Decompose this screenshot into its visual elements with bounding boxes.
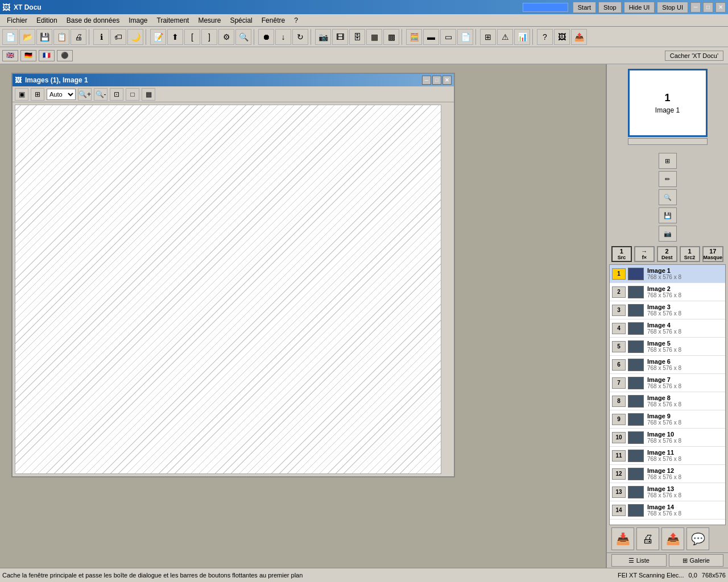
panel-grid-btn[interactable]: ⊞ <box>659 153 677 169</box>
menu-special[interactable]: Spécial <box>225 15 257 26</box>
grid1-button[interactable]: ▦ <box>366 29 382 45</box>
dest-channel-btn[interactable]: 2 Dest <box>657 246 677 262</box>
refresh-button[interactable]: ↻ <box>292 29 308 45</box>
channel-buttons: 1 Src → f× 2 Dest 1 Src2 <box>607 244 728 264</box>
list-view-btn[interactable]: ☰ Liste <box>611 554 667 567</box>
copy-button[interactable]: 📋 <box>53 29 69 45</box>
grid2-button[interactable]: ▩ <box>383 29 399 45</box>
panel-zoom-btn[interactable]: 🔍 <box>659 189 677 205</box>
zoom4-button[interactable]: 🔍 <box>235 29 251 45</box>
mask-channel-btn[interactable]: 17 Masque <box>702 246 724 262</box>
image-list-item[interactable]: 10Image 10768 x 576 x 8 <box>610 429 725 447</box>
image-list-item[interactable]: 4Image 4768 x 576 x 8 <box>610 319 725 338</box>
fit-btn[interactable]: ⊡ <box>110 88 123 101</box>
menu-base-de-donnees[interactable]: Base de données <box>62 15 124 26</box>
arrow-button[interactable]: ↓ <box>275 29 291 45</box>
menu-image[interactable]: Image <box>124 15 152 26</box>
src-channel-btn[interactable]: 1 Src <box>611 246 632 262</box>
maximize-button[interactable]: □ <box>703 2 713 13</box>
new-button[interactable]: 📄 <box>2 29 18 45</box>
image-list-item[interactable]: 1Image 1768 x 576 x 8 <box>610 265 725 283</box>
gallery-view-btn[interactable]: ⊞ Galerie <box>669 554 724 567</box>
stop-button[interactable]: Stop <box>598 2 622 13</box>
hide-ui-button[interactable]: Hide UI <box>624 2 655 13</box>
image-name: Image 1 <box>647 267 681 274</box>
image-list-item[interactable]: 5Image 5768 x 576 x 8 <box>610 338 725 356</box>
export-button[interactable]: 📤 <box>571 29 587 45</box>
rect2-button[interactable]: ▭ <box>440 29 456 45</box>
record-button[interactable]: ⏺ <box>258 29 274 45</box>
src2-channel-btn[interactable]: 1 Src2 <box>680 246 700 262</box>
grid3-button[interactable]: ⊞ <box>480 29 496 45</box>
save-button[interactable]: 💾 <box>36 29 52 45</box>
image-list-item[interactable]: 7Image 7768 x 576 x 8 <box>610 374 725 392</box>
flag-uk[interactable]: 🇬🇧 <box>2 50 18 61</box>
preview-scrollbar[interactable] <box>628 138 708 145</box>
settings-button[interactable]: ⚙ <box>218 29 234 45</box>
flag-de[interactable]: 🇩🇪 <box>20 50 36 61</box>
action-btn-2[interactable]: 🖨 <box>636 527 659 550</box>
menu-fichier[interactable]: Fichier <box>2 15 32 26</box>
upload-button[interactable]: ⬆ <box>167 29 183 45</box>
image-list-item[interactable]: 6Image 6768 x 576 x 8 <box>610 356 725 374</box>
print-button[interactable]: 🖨 <box>71 29 86 45</box>
bracket2-button[interactable]: ] <box>201 29 217 45</box>
fx-channel-btn[interactable]: → f× <box>634 246 655 262</box>
zoom-in-btn[interactable]: 🔍+ <box>78 88 92 101</box>
panel-edit-btn[interactable]: ✏ <box>659 171 677 187</box>
menu-fenetre[interactable]: Fenêtre <box>257 15 289 26</box>
img-view2-btn[interactable]: ⊞ <box>31 88 44 101</box>
open-button[interactable]: 📂 <box>19 29 35 45</box>
close-button[interactable]: ✕ <box>715 2 726 13</box>
page-button[interactable]: 📄 <box>457 29 473 45</box>
cam-button[interactable]: 📷 <box>315 29 331 45</box>
zoom-select[interactable]: Auto 25% 50% 100% 200% <box>47 89 76 100</box>
tag-button[interactable]: 🏷 <box>110 29 126 45</box>
notes-button[interactable]: 📝 <box>150 29 166 45</box>
db-button[interactable]: 🗄 <box>349 29 365 45</box>
menu-edition[interactable]: Edition <box>32 15 62 26</box>
image-list-item[interactable]: 9Image 9768 x 576 x 8 <box>610 410 725 429</box>
action-btn-3[interactable]: 📤 <box>661 527 684 550</box>
moon-button[interactable]: 🌙 <box>127 29 143 45</box>
menu-mesure[interactable]: Mesure <box>193 15 225 26</box>
image-list-item[interactable]: 11Image 11768 x 576 x 8 <box>610 447 725 465</box>
image-list-item[interactable]: 8Image 8768 x 576 x 8 <box>610 392 725 410</box>
menu-help[interactable]: ? <box>289 15 303 26</box>
minimize-button[interactable]: ─ <box>690 2 701 13</box>
main-area: 🖼 Images (1), Image 1 ─ □ ✕ ▣ ⊞ Auto 25%… <box>0 64 728 568</box>
flag-other[interactable]: ⚫ <box>57 50 73 61</box>
action-btn-4[interactable]: 💬 <box>686 527 709 550</box>
cache-button[interactable]: Cacher 'XT Docu' <box>665 51 723 61</box>
image-list-item[interactable]: 13Image 13768 x 576 x 8 <box>610 483 725 501</box>
win-minimize[interactable]: ─ <box>422 76 431 85</box>
flag-fr[interactable]: 🇫🇷 <box>39 50 55 61</box>
zoom-out-btn[interactable]: 🔍- <box>94 88 107 101</box>
win-close[interactable]: ✕ <box>442 76 452 85</box>
stop-ui-button[interactable]: Stop UI <box>657 2 688 13</box>
image-list[interactable]: 1Image 1768 x 576 x 82Image 2768 x 576 x… <box>609 264 726 525</box>
app-icon: 🖼 <box>2 3 10 12</box>
rect1-button[interactable]: ▬ <box>423 29 439 45</box>
panel-save-btn[interactable]: 💾 <box>659 207 677 223</box>
help-button[interactable]: ? <box>537 29 553 45</box>
image-list-item[interactable]: 3Image 3768 x 576 x 8 <box>610 301 725 319</box>
warn-button[interactable]: ⚠ <box>497 29 513 45</box>
info-button[interactable]: ℹ <box>93 29 109 45</box>
chart-button[interactable]: 📊 <box>514 29 530 45</box>
menu-traitement[interactable]: Traitement <box>152 15 194 26</box>
image-list-item[interactable]: 14Image 14768 x 576 x 8 <box>610 501 725 519</box>
panel-cam-btn[interactable]: 📷 <box>659 226 677 242</box>
image-list-item[interactable]: 2Image 2768 x 576 x 8 <box>610 283 725 301</box>
win-maximize[interactable]: □ <box>432 76 441 85</box>
img-view1-btn[interactable]: ▣ <box>15 88 28 101</box>
img-extra-btn[interactable]: ▦ <box>142 88 155 101</box>
photo-button[interactable]: 🖼 <box>554 29 570 45</box>
actual-btn[interactable]: □ <box>126 88 139 101</box>
film-button[interactable]: 🎞 <box>332 29 348 45</box>
image-list-item[interactable]: 12Image 12768 x 576 x 8 <box>610 465 725 483</box>
bracket1-button[interactable]: [ <box>184 29 200 45</box>
action-btn-1[interactable]: 📥 <box>611 527 634 550</box>
calc-button[interactable]: 🧮 <box>406 29 422 45</box>
start-button[interactable]: Start <box>573 2 596 13</box>
